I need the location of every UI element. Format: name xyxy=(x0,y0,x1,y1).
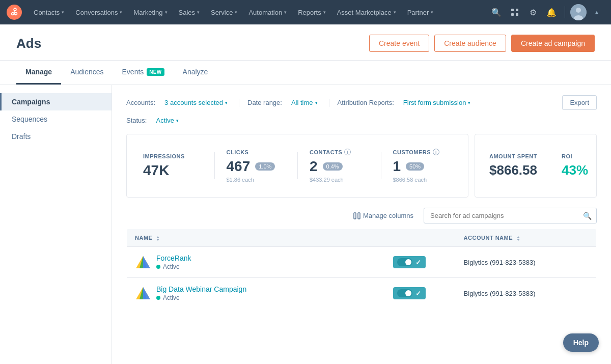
chevron-down-icon: ▾ xyxy=(284,10,287,15)
chevron-down-icon: ▾ xyxy=(315,100,318,105)
search-icon[interactable]: 🔍 xyxy=(488,4,505,20)
cell-name-bigdata: Big Data Webinar Campaign Active xyxy=(127,278,385,309)
topnav-item-marketing[interactable]: Marketing ▾ xyxy=(128,6,172,19)
table-body: ForceRank Active xyxy=(127,247,597,309)
cell-account-forcerank: Biglytics (991-823-5383) xyxy=(456,247,597,278)
toggle-check: ✓ xyxy=(415,290,421,297)
search-icon: 🔍 xyxy=(583,212,592,220)
toggle-switch[interactable]: ✓ xyxy=(393,256,426,268)
campaigns-table: NAME ACCOUNT NAME xyxy=(126,229,597,309)
campaign-name-info: Big Data Webinar Campaign Active xyxy=(156,285,246,301)
accounts-filter-label: Accounts: xyxy=(126,99,155,106)
attribution-select[interactable]: First form submission ▾ xyxy=(400,97,474,108)
roi-value: 43% xyxy=(562,162,588,178)
campaign-name-info: ForceRank Active xyxy=(156,254,191,270)
tab-analyze[interactable]: Analyze xyxy=(174,61,217,85)
table-toolbar: Manage columns 🔍 xyxy=(126,208,597,223)
chevron-down-icon: ▾ xyxy=(197,10,200,15)
header-actions: Create event Create audience Create ad c… xyxy=(369,35,595,52)
campaign-name-cell: Big Data Webinar Campaign Active xyxy=(135,285,377,301)
chevron-down-icon: ▾ xyxy=(468,100,470,105)
svg-rect-3 xyxy=(511,13,514,16)
cell-toggle-forcerank[interactable]: ✓ xyxy=(385,247,455,278)
toggle-switch[interactable]: ✓ xyxy=(393,287,426,299)
chevron-down-icon: ▾ xyxy=(225,100,228,105)
page-header: Ads Create event Create audience Create … xyxy=(0,24,611,61)
date-range-select[interactable]: All time ▾ xyxy=(288,97,321,108)
campaign-name-link[interactable]: Big Data Webinar Campaign xyxy=(156,285,246,293)
accounts-filter-select[interactable]: 3 accounts selected ▾ xyxy=(161,97,231,108)
tab-audiences[interactable]: Audiences xyxy=(61,61,113,85)
create-ad-campaign-button[interactable]: Create ad campaign xyxy=(511,35,595,52)
contacts-value: 2 xyxy=(310,158,318,175)
cell-toggle-bigdata[interactable]: ✓ xyxy=(385,278,455,309)
google-ads-icon xyxy=(135,285,151,301)
campaign-status: Active xyxy=(156,263,191,270)
search-input[interactable] xyxy=(424,208,597,223)
topnav-item-sales[interactable]: Sales ▾ xyxy=(174,6,205,19)
toggle-thumb xyxy=(405,290,411,296)
toggle-track xyxy=(397,289,412,297)
clicks-sub: $1.86 each xyxy=(227,177,286,183)
sort-icon xyxy=(156,236,159,241)
notifications-icon[interactable]: 🔔 xyxy=(543,4,560,20)
tab-manage[interactable]: Manage xyxy=(16,61,61,85)
svg-rect-2 xyxy=(516,9,518,11)
roi-label: ROI xyxy=(562,153,588,159)
table-row: Big Data Webinar Campaign Active xyxy=(127,278,597,309)
topnav-item-automation[interactable]: Automation ▾ xyxy=(243,6,292,19)
contacts-info-icon[interactable]: i xyxy=(344,149,351,155)
status-dot xyxy=(156,296,160,300)
manage-columns-button[interactable]: Manage columns xyxy=(349,209,418,222)
customers-value-row: 1 50% xyxy=(393,158,452,175)
status-filter-label: Status: xyxy=(126,117,147,124)
amount-spent-label: AMOUNT SPENT xyxy=(489,153,537,159)
contacts-sub: $433.29 each xyxy=(310,177,369,183)
chevron-down-icon: ▾ xyxy=(323,10,326,15)
help-button[interactable]: Help xyxy=(563,333,599,352)
expand-icon[interactable]: ▲ xyxy=(589,4,605,20)
svg-point-6 xyxy=(576,8,581,13)
topnav-item-asset-marketplace[interactable]: Asset Marketplace ▾ xyxy=(332,6,401,19)
chevron-down-icon: ▾ xyxy=(431,10,433,15)
sidebar-item-campaigns[interactable]: Campaigns xyxy=(0,93,112,110)
metrics-main: IMPRESSIONS 47K CLICKS 467 1.0% xyxy=(126,134,468,198)
svg-rect-1 xyxy=(511,9,514,11)
sidebar: Campaigns Sequences Drafts xyxy=(0,85,112,364)
metric-customers: CUSTOMERS i 1 50% $866.58 each xyxy=(381,149,452,183)
create-event-button[interactable]: Create event xyxy=(369,35,429,52)
status-filter-select[interactable]: Active ▾ xyxy=(153,115,181,126)
metrics-right: AMOUNT SPENT $866.58 ROI 43% xyxy=(475,134,597,198)
topnav-item-reports[interactable]: Reports ▾ xyxy=(293,6,331,19)
cell-name-forcerank: ForceRank Active xyxy=(127,247,385,278)
create-audience-button[interactable]: Create audience xyxy=(434,35,506,52)
chevron-down-icon: ▾ xyxy=(235,10,237,15)
content-area: Accounts: 3 accounts selected ▾ Date ran… xyxy=(112,85,611,364)
columns-icon xyxy=(353,212,360,219)
filters-row-1: Accounts: 3 accounts selected ▾ Date ran… xyxy=(126,95,597,110)
nav-divider xyxy=(565,6,565,18)
page-title: Ads xyxy=(16,36,41,51)
topnav-item-service[interactable]: Service ▾ xyxy=(206,6,242,19)
topnav-item-conversations[interactable]: Conversations ▾ xyxy=(70,6,127,19)
apps-icon[interactable] xyxy=(507,4,523,20)
tab-events[interactable]: Events NEW xyxy=(113,61,174,85)
settings-icon[interactable]: ⚙ xyxy=(525,4,541,20)
sidebar-item-drafts[interactable]: Drafts xyxy=(0,128,112,145)
customers-info-icon[interactable]: i xyxy=(433,149,439,155)
topnav-item-contacts[interactable]: Contacts ▾ xyxy=(29,6,69,19)
topnav-item-partner[interactable]: Partner ▾ xyxy=(402,6,439,19)
col-account-name[interactable]: ACCOUNT NAME xyxy=(456,229,597,247)
sidebar-item-sequences[interactable]: Sequences xyxy=(0,110,112,128)
status-dot xyxy=(156,265,160,269)
metrics-wrapper: IMPRESSIONS 47K CLICKS 467 1.0% xyxy=(126,134,597,198)
campaign-status: Active xyxy=(156,294,246,301)
filters-row-2: Status: Active ▾ xyxy=(126,115,597,126)
svg-rect-9 xyxy=(358,213,360,219)
campaign-name-link[interactable]: ForceRank xyxy=(156,254,191,262)
export-button[interactable]: Export xyxy=(562,95,597,110)
topnav: Contacts ▾ Conversations ▾ Marketing ▾ S… xyxy=(0,0,611,24)
col-name[interactable]: NAME xyxy=(127,229,385,247)
hubspot-logo[interactable] xyxy=(6,4,22,20)
avatar[interactable] xyxy=(570,4,587,20)
